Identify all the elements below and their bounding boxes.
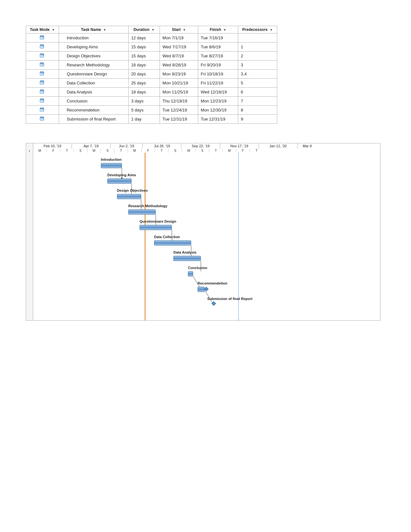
label-questionniare-design: Questionniare Design bbox=[140, 219, 176, 223]
duration-cell: 25 days bbox=[128, 79, 160, 88]
predecessors-cell: 8 bbox=[238, 106, 277, 115]
gantt-bars-area: Introduction Developing Aims Design Obje… bbox=[33, 153, 380, 320]
predecessors-cell bbox=[238, 34, 277, 43]
svg-rect-45 bbox=[43, 98, 43, 100]
period-nov: Nov 17, '19 bbox=[220, 143, 259, 149]
svg-rect-51 bbox=[43, 107, 43, 109]
table-row: Design Objectives15 daysWed 8/7/19Tue 8/… bbox=[26, 52, 277, 61]
finish-cell: Fri 10/18/19 bbox=[198, 70, 238, 79]
label-submission: Submission of final Report bbox=[207, 297, 252, 301]
period-mar: Mar 8 bbox=[298, 143, 317, 149]
finish-cell: Mon 12/23/19 bbox=[198, 97, 238, 106]
svg-rect-32 bbox=[41, 80, 41, 82]
col-header-predecessors[interactable]: Predecessors ▼ bbox=[238, 26, 277, 34]
svg-rect-43 bbox=[40, 99, 44, 100]
svg-rect-20 bbox=[41, 62, 41, 63]
svg-rect-56 bbox=[41, 116, 41, 118]
period-jun: Jun 2, '19 bbox=[111, 143, 143, 149]
label-conclusion: Conclusion bbox=[188, 266, 207, 270]
svg-rect-31 bbox=[40, 81, 44, 82]
start-cell: Thu 12/19/19 bbox=[160, 97, 198, 106]
predecessors-cell: 3 bbox=[238, 61, 277, 70]
finish-cell: Fri 9/20/19 bbox=[198, 61, 238, 70]
table-row: Recommendetion5 daysTue 12/24/19Mon 12/3… bbox=[26, 106, 277, 115]
svg-rect-2 bbox=[41, 35, 41, 36]
svg-rect-44 bbox=[41, 98, 41, 100]
duration-cell: 1 day bbox=[128, 115, 160, 124]
dotted-line-1 bbox=[238, 153, 239, 320]
bar-questionniare-design bbox=[140, 225, 172, 230]
predecessors-cell: 7 bbox=[238, 97, 277, 106]
col-header-task-name[interactable]: Task Name ▼ bbox=[59, 26, 128, 34]
task-mode-icon bbox=[40, 80, 45, 85]
table-row: Data Analysis18 daysMon 11/25/19Wed 12/1… bbox=[26, 88, 277, 97]
svg-rect-38 bbox=[41, 89, 41, 91]
task-name-cell: Questionniare Design bbox=[59, 70, 128, 79]
start-cell: Wed 7/17/19 bbox=[160, 43, 198, 52]
predecessors-sort-icon: ▼ bbox=[270, 28, 273, 32]
task-mode-icon bbox=[40, 53, 45, 58]
duration-cell: 18 days bbox=[128, 61, 160, 70]
task-mode-cell bbox=[26, 52, 59, 61]
task-mode-cell bbox=[26, 34, 59, 43]
duration-cell: 12 days bbox=[128, 34, 160, 43]
svg-rect-15 bbox=[43, 53, 43, 54]
bar-conclusion bbox=[188, 271, 193, 276]
task-mode-cell bbox=[26, 70, 59, 79]
label-design-objectives: Design Objectives bbox=[117, 189, 148, 192]
task-mode-cell bbox=[26, 106, 59, 115]
svg-rect-27 bbox=[43, 71, 43, 73]
col-header-finish[interactable]: Finish ▼ bbox=[198, 26, 238, 34]
task-mode-sort-icon: ▼ bbox=[52, 28, 55, 32]
start-cell: Tue 12/24/19 bbox=[160, 106, 198, 115]
task-mode-cell bbox=[26, 97, 59, 106]
gantt-chart-body: Introduction Developing Aims Design Obje… bbox=[26, 153, 380, 321]
svg-rect-7 bbox=[40, 45, 44, 46]
label-data-collection: Data Collection bbox=[154, 235, 180, 239]
duration-cell: 15 days bbox=[128, 52, 160, 61]
svg-rect-25 bbox=[40, 72, 44, 73]
duration-cell: 15 days bbox=[128, 43, 160, 52]
task-name-cell: Data Collection bbox=[59, 79, 128, 88]
bar-introduction bbox=[101, 163, 122, 168]
svg-rect-33 bbox=[43, 80, 43, 82]
table-row: Introduction12 daysMon 7/1/19Tue 7/16/19 bbox=[26, 34, 277, 43]
task-name-cell: Submission of final Report bbox=[59, 115, 128, 124]
period-sep: Sep 22, '19 bbox=[181, 143, 220, 149]
svg-rect-8 bbox=[41, 44, 41, 45]
svg-rect-21 bbox=[43, 62, 43, 63]
predecessors-cell: 6 bbox=[238, 88, 277, 97]
start-cell: Mon 7/1/19 bbox=[160, 34, 198, 43]
duration-cell: 5 days bbox=[128, 106, 160, 115]
task-name-cell: Introduction bbox=[59, 34, 128, 43]
svg-rect-3 bbox=[43, 35, 43, 36]
col-header-start[interactable]: Start ▼ bbox=[160, 26, 198, 34]
col-header-duration[interactable]: Duration ▼ bbox=[128, 26, 160, 34]
predecessors-cell: 2 bbox=[238, 52, 277, 61]
svg-rect-9 bbox=[43, 44, 43, 45]
col-header-task-mode[interactable]: Task Mode ▼ bbox=[26, 26, 59, 34]
duration-sort-icon: ▼ bbox=[152, 28, 155, 32]
table-row: Developing Aims15 daysWed 7/17/19Tue 8/6… bbox=[26, 43, 277, 52]
task-mode-cell bbox=[26, 79, 59, 88]
period-jul: Jul 28, '19 bbox=[143, 143, 181, 149]
task-name-cell: Data Analysis bbox=[59, 88, 128, 97]
svg-rect-39 bbox=[43, 89, 43, 91]
task-mode-icon bbox=[40, 35, 45, 40]
start-cell: Tue 12/31/19 bbox=[160, 115, 198, 124]
task-mode-cell bbox=[26, 115, 59, 124]
finish-sort-icon: ▼ bbox=[223, 28, 226, 32]
task-mode-icon bbox=[40, 98, 45, 103]
start-cell: Wed 8/28/19 bbox=[160, 61, 198, 70]
bar-data-analysis bbox=[173, 256, 201, 261]
timeline-periods: Feb 10, '19 Apr 7, '19 Jun 2, '19 Jul 28… bbox=[33, 143, 380, 149]
svg-rect-50 bbox=[41, 107, 41, 109]
period-feb: Feb 10, '19 bbox=[33, 143, 72, 149]
task-mode-icon bbox=[40, 44, 45, 49]
finish-cell: Wed 12/18/19 bbox=[198, 88, 238, 97]
table-header-row: Task Mode ▼ Task Name ▼ Duration ▼ Start… bbox=[26, 26, 277, 34]
task-name-cell: Research Methodology bbox=[59, 61, 128, 70]
duration-cell: 20 days bbox=[128, 70, 160, 79]
finish-cell: Fri 11/22/19 bbox=[198, 79, 238, 88]
bar-developing-aims bbox=[107, 179, 132, 184]
